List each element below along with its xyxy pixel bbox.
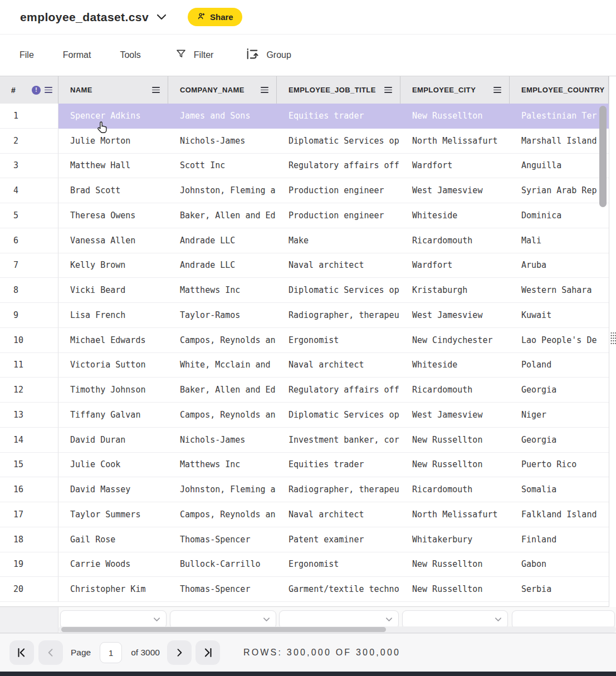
row-number[interactable]: 1 xyxy=(0,104,58,129)
cell-job[interactable]: Ergonomist xyxy=(277,552,400,577)
cell-company[interactable]: White, Mcclain and xyxy=(168,353,277,378)
cell-city[interactable]: Whiteside xyxy=(400,203,510,228)
cell-city[interactable]: New Cindychester xyxy=(400,328,510,353)
horizontal-scrollbar-thumb[interactable] xyxy=(61,627,386,632)
table-row[interactable]: 4 Brad Scott Johnston, Fleming a Product… xyxy=(0,178,609,203)
cell-name[interactable]: Lisa French xyxy=(58,303,168,328)
cell-country[interactable]: Finland xyxy=(510,527,609,552)
cell-name[interactable]: Victoria Sutton xyxy=(58,353,168,378)
table-row[interactable]: 3 Matthew Hall Scott Inc Regulatory affa… xyxy=(0,154,609,179)
table-row[interactable]: 8 Vicki Beard Matthews Inc Diplomatic Se… xyxy=(0,278,609,303)
menu-file[interactable]: File xyxy=(19,50,34,60)
cell-city[interactable]: West Jamesview xyxy=(400,178,510,203)
cell-country[interactable]: Western Sahara xyxy=(510,278,609,303)
cell-country[interactable]: Puerto Rico xyxy=(510,453,609,478)
row-number[interactable]: 19 xyxy=(0,552,58,577)
cell-country[interactable]: Serbia xyxy=(510,577,609,602)
row-number[interactable]: 2 xyxy=(0,129,58,154)
cell-country[interactable]: Palestinian Ter xyxy=(510,104,609,129)
header-employee-job-title[interactable]: EMPLOYEE_JOB_TITLE xyxy=(277,76,400,104)
cell-job[interactable]: Naval architect xyxy=(277,253,400,278)
cell-job[interactable]: Diplomatic Services op xyxy=(277,129,400,154)
vertical-scrollbar-thumb[interactable] xyxy=(599,106,607,207)
header-name[interactable]: NAME xyxy=(58,76,168,104)
previous-page-button[interactable] xyxy=(38,640,63,665)
cell-country[interactable]: Georgia xyxy=(510,378,609,403)
share-button[interactable]: Share xyxy=(188,8,242,26)
cell-city[interactable]: Ricardomouth xyxy=(400,477,510,502)
cell-city[interactable]: New Russellton xyxy=(400,577,510,602)
row-number[interactable]: 17 xyxy=(0,502,58,527)
row-number[interactable]: 15 xyxy=(0,453,58,478)
cell-company[interactable]: Bullock-Carrillo xyxy=(168,552,277,577)
menu-filter[interactable]: Filter xyxy=(175,48,214,62)
cell-job[interactable]: Patent examiner xyxy=(277,527,400,552)
cell-city[interactable]: West Jamesview xyxy=(400,403,510,428)
cell-job[interactable]: Garment/textile techno xyxy=(277,577,400,602)
cell-job[interactable]: Naval architect xyxy=(277,502,400,527)
cell-company[interactable]: Scott Inc xyxy=(168,154,277,179)
table-row[interactable]: 9 Lisa French Taylor-Ramos Radiographer,… xyxy=(0,303,609,328)
table-row[interactable]: 15 Julie Cook Matthews Inc Equities trad… xyxy=(0,453,609,478)
filename-dropdown[interactable]: employee_dataset.csv xyxy=(20,11,167,24)
cell-company[interactable]: Nichols-James xyxy=(168,129,277,154)
cell-company[interactable]: Matthews Inc xyxy=(168,453,277,478)
info-icon[interactable]: ! xyxy=(32,86,41,95)
cell-company[interactable]: Johnston, Fleming a xyxy=(168,178,277,203)
cell-city[interactable]: Ricardomouth xyxy=(400,228,510,253)
column-menu-icon[interactable] xyxy=(493,87,501,92)
row-number[interactable]: 11 xyxy=(0,353,58,378)
cell-company[interactable]: James and Sons xyxy=(168,104,277,129)
cell-country[interactable]: Falkland Island xyxy=(510,502,609,527)
row-number[interactable]: 10 xyxy=(0,328,58,353)
cell-city[interactable]: North Melissafurt xyxy=(400,502,510,527)
cell-company[interactable]: Nichols-James xyxy=(168,428,277,453)
menu-format[interactable]: Format xyxy=(63,50,91,60)
cell-name[interactable]: Julie Cook xyxy=(58,453,168,478)
cell-country[interactable]: Lao People's De xyxy=(510,328,609,353)
cell-country[interactable]: Gabon xyxy=(510,552,609,577)
table-row[interactable]: 18 Gail Rose Thomas-Spencer Patent exami… xyxy=(0,527,609,552)
table-row[interactable]: 2 Julie Morton Nichols-James Diplomatic … xyxy=(0,129,609,154)
cell-job[interactable]: Regulatory affairs off xyxy=(277,378,400,403)
first-page-button[interactable] xyxy=(9,640,34,665)
resize-grip-icon[interactable] xyxy=(610,332,616,347)
column-menu-icon[interactable] xyxy=(152,87,160,92)
cell-company[interactable]: Matthews Inc xyxy=(168,278,277,303)
next-page-button[interactable] xyxy=(167,640,192,665)
table-row[interactable]: 13 Tiffany Galvan Campos, Reynolds an Di… xyxy=(0,403,609,428)
header-row-number[interactable]: # ! xyxy=(0,76,58,104)
cell-name[interactable]: Michael Edwards xyxy=(58,328,168,353)
cell-country[interactable]: Georgia xyxy=(510,428,609,453)
cell-name[interactable]: David Massey xyxy=(58,477,168,502)
page-number-input[interactable] xyxy=(100,642,122,663)
cell-job[interactable]: Production engineer xyxy=(277,203,400,228)
row-number[interactable]: 6 xyxy=(0,228,58,253)
table-row[interactable]: 10 Michael Edwards Campos, Reynolds an E… xyxy=(0,328,609,353)
menu-lines-icon[interactable] xyxy=(45,87,52,92)
table-row[interactable]: 14 David Duran Nichols-James Investment … xyxy=(0,428,609,453)
cell-name[interactable]: Timothy Johnson xyxy=(58,378,168,403)
cell-name[interactable]: Tiffany Galvan xyxy=(58,403,168,428)
cell-country[interactable]: Anguilla xyxy=(510,154,609,179)
cell-name[interactable]: Julie Morton xyxy=(58,129,168,154)
cell-name[interactable]: Theresa Owens xyxy=(58,203,168,228)
cell-job[interactable]: Investment banker, cor xyxy=(277,428,400,453)
cell-city[interactable]: West Jamesview xyxy=(400,303,510,328)
last-page-button[interactable] xyxy=(195,640,220,665)
header-company-name[interactable]: COMPANY_NAME xyxy=(168,76,277,104)
cell-job[interactable]: Equities trader xyxy=(277,453,400,478)
chevron-down-icon[interactable] xyxy=(157,12,167,22)
row-number[interactable]: 9 xyxy=(0,303,58,328)
table-row[interactable]: 17 Taylor Summers Campos, Reynolds an Na… xyxy=(0,502,609,527)
cell-company[interactable]: Andrade LLC xyxy=(168,253,277,278)
cell-name[interactable]: Gail Rose xyxy=(58,527,168,552)
cell-city[interactable]: Wardfort xyxy=(400,154,510,179)
cell-company[interactable]: Campos, Reynolds an xyxy=(168,403,277,428)
cell-name[interactable]: Spencer Adkins xyxy=(58,104,168,129)
cell-job[interactable]: Diplomatic Services op xyxy=(277,278,400,303)
cell-job[interactable]: Make xyxy=(277,228,400,253)
cell-job[interactable]: Ergonomist xyxy=(277,328,400,353)
table-row[interactable]: 12 Timothy Johnson Baker, Allen and Ed R… xyxy=(0,378,609,403)
table-row[interactable]: 11 Victoria Sutton White, Mcclain and Na… xyxy=(0,353,609,378)
